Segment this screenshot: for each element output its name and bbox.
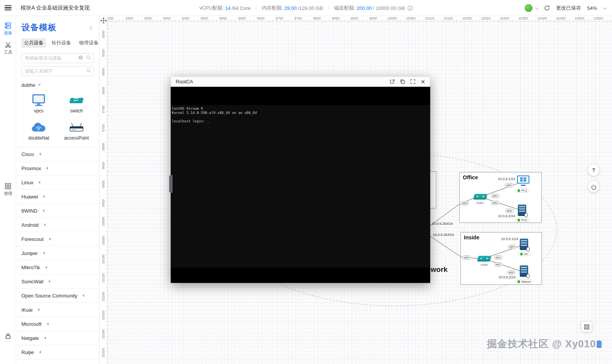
device-grid: vpcsswitchdoubleNataccessPoint xyxy=(16,89,99,147)
tab-2[interactable]: 拓扑设备 xyxy=(49,38,73,48)
duplicate-icon[interactable] xyxy=(400,79,405,84)
terminal-screen[interactable]: CentOS Stream 9Kernel 5.14.0-590.el9.x86… xyxy=(171,105,430,268)
hub1-switch-icon[interactable] xyxy=(473,194,488,200)
search-icon[interactable] xyxy=(86,68,91,75)
device-group-forescout[interactable]: Forescout xyxy=(16,232,99,246)
drawer-handle[interactable] xyxy=(169,175,173,193)
keyword-search-input[interactable] xyxy=(21,66,94,76)
ruler-v-label: 9550 xyxy=(101,49,105,57)
terminal-body: CentOS Stream 9Kernel 5.14.0-590.el9.x86… xyxy=(171,87,430,283)
rail-item-manage[interactable]: 管理 xyxy=(0,183,16,197)
device-group-6wind[interactable]: 6WIND xyxy=(16,204,99,218)
power-icon xyxy=(591,184,597,190)
linux-penguin-icon xyxy=(524,213,528,217)
ruler-v-label: 9650 xyxy=(101,87,105,94)
rail-label-devices: 设备 xyxy=(4,30,12,36)
device-group-dubhe[interactable]: dubhe xyxy=(16,81,99,89)
zone-title: Inside xyxy=(464,234,479,240)
group-name: Ruijie xyxy=(21,349,34,355)
terminal-title: RootCA xyxy=(176,79,193,84)
device-group-juniper[interactable]: Juniper xyxy=(16,246,99,260)
hamburger-menu-icon[interactable] xyxy=(0,0,16,16)
zoom-level[interactable]: 54% xyxy=(587,5,597,11)
device-group-linux[interactable]: Linux xyxy=(16,176,99,190)
device-group-netgate[interactable]: Netgate xyxy=(16,331,99,345)
ruler-v-label: 10000 xyxy=(101,217,105,226)
port-label: eth1 xyxy=(491,194,499,198)
group-name: iKuai xyxy=(21,307,33,313)
collapsed-caret-icon xyxy=(39,351,41,354)
power-button[interactable] xyxy=(588,181,599,192)
device-group-mikrotik[interactable]: MikroTik xyxy=(16,260,99,275)
pc1-monitor-icon[interactable] xyxy=(517,176,529,186)
ruler-v-label: 10250 xyxy=(101,310,105,320)
move-tool-icon[interactable] xyxy=(100,17,107,25)
uplink-ip-label: 10.0.9.254/24 xyxy=(432,222,453,226)
wazuh-server-icon[interactable] xyxy=(520,265,528,277)
linux-penguin-icon xyxy=(526,247,530,251)
ruler-h-label: 10150 xyxy=(443,16,453,20)
terminal-title-bar[interactable]: RootCA ✕ xyxy=(171,76,430,87)
rail-label-manage: 管理 xyxy=(4,191,12,197)
help-button[interactable]: ? xyxy=(588,164,599,176)
group-name: Open Source Community xyxy=(21,293,77,299)
info-icon[interactable] xyxy=(78,55,83,62)
device-group-ikuai[interactable]: iKuai xyxy=(16,303,99,317)
collapse-panel-icon[interactable] xyxy=(90,25,95,30)
node-badge-wazuh[interactable]: Wazuh xyxy=(516,279,533,284)
ruler-h-label: 9950 xyxy=(369,16,377,20)
group-name: Proxmox xyxy=(21,166,41,171)
info-icon[interactable] xyxy=(407,5,413,11)
group-name: Microsoft xyxy=(21,321,42,327)
ruler-v-label: 10300 xyxy=(101,329,105,339)
rail-item-devices[interactable]: 设备 xyxy=(0,22,16,36)
device-group-ruijie[interactable]: Ruijie xyxy=(16,345,99,359)
tab-1[interactable]: 公共设备 xyxy=(21,38,46,48)
open-external-icon[interactable] xyxy=(390,79,395,84)
node-badge-pc1[interactable]: PC1 xyxy=(516,188,529,193)
close-icon[interactable]: ✕ xyxy=(421,79,425,84)
pc2-server-icon[interactable] xyxy=(518,205,526,216)
device-group-proxmox[interactable]: Proxmox xyxy=(16,161,99,176)
group-name: 6WIND xyxy=(21,208,38,214)
device-template-accessPoint[interactable]: accessPoint xyxy=(58,120,96,141)
device-group-huawei[interactable]: Huawei xyxy=(16,190,99,204)
ruler-v-label: 9850 xyxy=(101,162,105,169)
inside-zone-box[interactable]: Inside 10.0.8.1/24 eth0 DC Hub2 eth0 eth… xyxy=(460,232,542,285)
ruler-v-label: 9800 xyxy=(101,143,105,151)
group-name: SonicWall xyxy=(21,279,43,284)
device-group-open-source-community[interactable]: Open Source Community xyxy=(16,289,99,303)
collapsed-caret-icon xyxy=(48,280,50,283)
device-template-switch[interactable]: switch xyxy=(58,93,96,114)
tab-3[interactable]: 物理设备 xyxy=(77,38,100,48)
chevron-down-icon[interactable] xyxy=(603,6,607,10)
device-group-sonicwall[interactable]: SonicWall xyxy=(16,275,99,289)
hub2-switch-icon[interactable] xyxy=(477,256,491,262)
ruler-h-label: 9300 xyxy=(126,16,133,20)
port-label: eth1 xyxy=(494,255,503,260)
device-group-microsoft[interactable]: Microsoft xyxy=(16,317,99,331)
group-name: dubhe xyxy=(21,82,35,88)
fullscreen-icon[interactable] xyxy=(410,79,415,84)
dc-server-icon[interactable] xyxy=(520,239,528,250)
refresh-icon[interactable] xyxy=(544,5,550,11)
node-badge-pc2[interactable]: PC2 xyxy=(516,218,529,222)
rail-item-tools[interactable]: 工具 xyxy=(0,41,16,55)
rail-item-lock[interactable] xyxy=(0,333,16,340)
device-template-doubleNat[interactable]: doubleNat xyxy=(20,120,58,141)
zone-title: Office xyxy=(463,174,478,180)
office-zone-box[interactable]: Office 10.0.9.1/24 eth0 PC1 Hub1 eth1 et… xyxy=(459,172,542,223)
node-badge-dc[interactable]: DC xyxy=(518,252,530,256)
minimap-button[interactable] xyxy=(581,322,592,332)
device-template-vpcs[interactable]: vpcs xyxy=(20,93,58,114)
ruler-v-label: 9750 xyxy=(101,124,105,132)
search-icon[interactable] xyxy=(86,55,91,62)
ruler-v-label: 10050 xyxy=(101,236,105,245)
user-avatar[interactable] xyxy=(524,4,538,12)
group-name: Android xyxy=(21,222,39,228)
collapsed-caret-icon xyxy=(82,294,84,297)
device-tabs: 公共设备拓扑设备物理设备 xyxy=(21,38,94,48)
ruler-h-label: 9900 xyxy=(351,16,358,20)
device-group-cisco[interactable]: Cisco xyxy=(16,147,99,161)
device-group-android[interactable]: Android xyxy=(16,218,99,232)
